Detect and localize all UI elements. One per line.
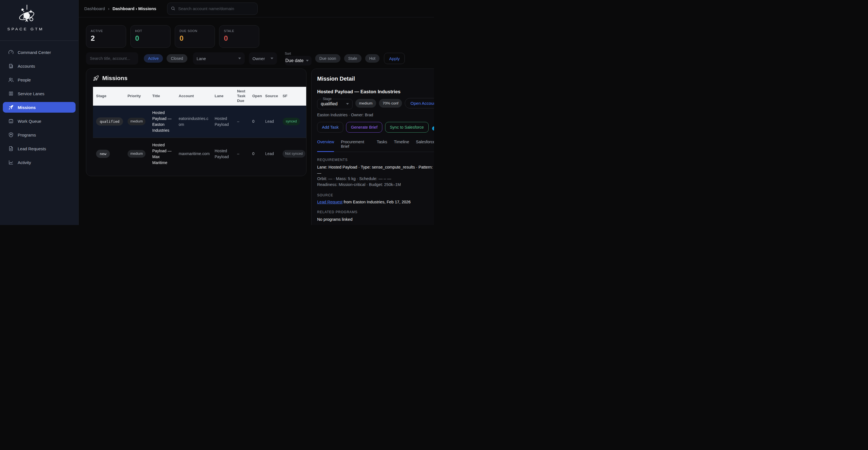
sidebar-nav: Command Center Accounts People Service L… xyxy=(0,47,79,168)
detail-panel-title: Mission Detail xyxy=(317,75,434,82)
col-sf: SF xyxy=(279,87,306,106)
global-search-input[interactable] xyxy=(178,6,254,11)
next-task-due-cell: – xyxy=(234,106,249,138)
add-task-button[interactable]: Add Task xyxy=(317,122,343,133)
salesforce-logo-icon: salesforce xyxy=(431,123,434,132)
filter-pill-hot[interactable]: Hot xyxy=(365,54,380,63)
building-icon xyxy=(8,63,14,69)
stat-value: 0 xyxy=(135,34,166,43)
stat-label: DUE SOON xyxy=(180,29,210,33)
columns-icon xyxy=(8,91,14,96)
stat-value: 0 xyxy=(224,34,254,43)
generate-brief-button[interactable]: Generate Brief xyxy=(346,122,382,133)
sidebar-item-label: Missions xyxy=(18,105,36,110)
missions-table: Stage Priority Title Account Lane Next T… xyxy=(93,87,306,170)
sidebar-item-label: Programs xyxy=(18,133,36,137)
document-icon xyxy=(8,146,14,152)
tab-timeline[interactable]: Timeline xyxy=(394,139,409,152)
chevron-down-icon xyxy=(271,58,273,59)
missions-card-title: Missions xyxy=(102,75,127,82)
stat-card-active: ACTIVE 2 xyxy=(86,25,126,48)
col-title: Title xyxy=(149,87,176,106)
chevron-down-icon xyxy=(346,103,349,105)
sidebar-item-lead-requests[interactable]: Lead Requests xyxy=(3,143,75,154)
sidebar-item-label: People xyxy=(18,77,31,82)
lead-request-link[interactable]: Lead Request xyxy=(317,200,342,204)
stage-select[interactable]: Stage qualified xyxy=(317,97,352,109)
filter-pill-stale[interactable]: Stale xyxy=(344,54,362,63)
chevron-down-icon xyxy=(238,58,241,59)
tab-procurement-brief[interactable]: Procurement Brief xyxy=(341,139,370,152)
filter-pill-closed[interactable]: Closed xyxy=(166,54,187,63)
sidebar-item-people[interactable]: People xyxy=(3,74,75,85)
col-next-task-due: Next Task Due xyxy=(234,87,249,106)
stat-label: HOT xyxy=(135,29,166,33)
lane-cell: Hosted Payload xyxy=(212,106,234,138)
priority-badge: medium xyxy=(355,99,376,107)
brand-name: SPACE GTM xyxy=(7,27,82,31)
stat-card-due-soon: DUE SOON 0 xyxy=(175,25,215,48)
requirements-line-1: Lane: Hosted Payload · Type: sense_compu… xyxy=(317,164,434,176)
sidebar-item-service-lanes[interactable]: Service Lanes xyxy=(3,88,75,99)
sidebar-item-command-center[interactable]: Command Center xyxy=(3,47,75,58)
missions-card-title-row: Missions xyxy=(93,75,306,82)
filter-pill-active[interactable]: Active xyxy=(144,54,163,63)
open-account-button[interactable]: Open Account xyxy=(405,98,434,108)
breadcrumb-current: Dashboard › Missions xyxy=(112,6,156,11)
account-cell: maxmaritime.com xyxy=(176,138,212,170)
priority-badge: medium xyxy=(127,118,146,125)
sidebar-item-accounts[interactable]: Accounts xyxy=(3,61,75,71)
sidebar-item-label: Work Queue xyxy=(18,119,41,124)
stat-label: STALE xyxy=(224,29,254,33)
requirements-heading: REQUIREMENTS xyxy=(317,158,434,162)
sidebar-item-work-queue[interactable]: 12 Work Queue xyxy=(3,116,75,126)
requirements-line-2: Orbit: — · Mass: 5 kg · Schedule: — – — xyxy=(317,176,434,182)
source-section: SOURCE Lead Request from Easton Industri… xyxy=(317,193,434,204)
salesforce-logo-text: salesforce xyxy=(433,126,434,128)
tab-salesforce[interactable]: Salesforce xyxy=(416,139,434,152)
rocket-icon xyxy=(8,104,14,110)
sync-to-salesforce-button[interactable]: Sync to Salesforce xyxy=(385,122,429,133)
col-open: Open xyxy=(249,87,262,106)
search-icon xyxy=(171,6,176,11)
filter-pill-due-soon[interactable]: Due soon xyxy=(315,54,340,63)
breadcrumb-root[interactable]: Dashboard xyxy=(84,6,105,11)
lane-select[interactable]: Lane xyxy=(193,52,245,65)
sf-sync-badge: Not synced xyxy=(283,150,305,158)
content: ACTIVE 2 HOT 0 DUE SOON 0 STALE 0 Active… xyxy=(79,18,434,225)
next-task-due-cell: – xyxy=(234,138,249,170)
source-line-rest: from Easton Industries, Feb 17, 2026 xyxy=(342,200,411,204)
tab-tasks[interactable]: Tasks xyxy=(377,139,387,152)
sidebar-item-programs[interactable]: Programs xyxy=(3,129,75,140)
open-cell: 0 xyxy=(249,106,262,138)
mission-detail-panel: Mission Detail Hosted Payload — Easton I… xyxy=(311,68,434,225)
col-lane: Lane xyxy=(212,87,234,106)
requirements-section: REQUIREMENTS Lane: Hosted Payload · Type… xyxy=(317,158,434,187)
tab-overview[interactable]: Overview xyxy=(317,139,334,152)
owner-select-value: Owner xyxy=(252,56,265,61)
mission-row-easton[interactable]: qualified medium Hosted Payload — Easton… xyxy=(93,106,306,138)
sf-sync-badge: synced xyxy=(283,118,300,125)
mission-title-cell: Hosted Payload — Max Maritime xyxy=(149,138,176,170)
table-header-row: Stage Priority Title Account Lane Next T… xyxy=(93,87,306,106)
detail-actions-row: Add Task Generate Brief Sync to Salesfor… xyxy=(317,122,434,133)
owner-select[interactable]: Owner xyxy=(249,52,277,65)
sort-select[interactable]: Due date xyxy=(285,56,312,65)
priority-badge: medium xyxy=(127,150,146,158)
mission-filter-search-input[interactable] xyxy=(86,52,138,65)
mission-row-max-maritime[interactable]: new medium Hosted Payload — Max Maritime… xyxy=(93,138,306,170)
stage-badge: qualified xyxy=(96,118,123,126)
detail-mission-title: Hosted Payload — Easton Industries xyxy=(317,89,434,95)
chart-line-icon xyxy=(8,160,14,165)
users-icon xyxy=(8,77,14,83)
shield-star-icon xyxy=(8,132,14,138)
global-search[interactable] xyxy=(167,3,257,15)
calendar-icon: 12 xyxy=(8,118,14,124)
sidebar-item-label: Service Lanes xyxy=(18,91,44,96)
apply-button[interactable]: Apply xyxy=(384,53,405,64)
sidebar-item-missions[interactable]: Missions xyxy=(3,102,75,112)
cards-row: Missions Stage Priority Title Account L xyxy=(86,68,434,225)
sidebar-item-activity[interactable]: Activity xyxy=(3,157,75,168)
confidence-badge: 70% conf xyxy=(379,99,402,107)
stat-card-hot: HOT 0 xyxy=(130,25,170,48)
